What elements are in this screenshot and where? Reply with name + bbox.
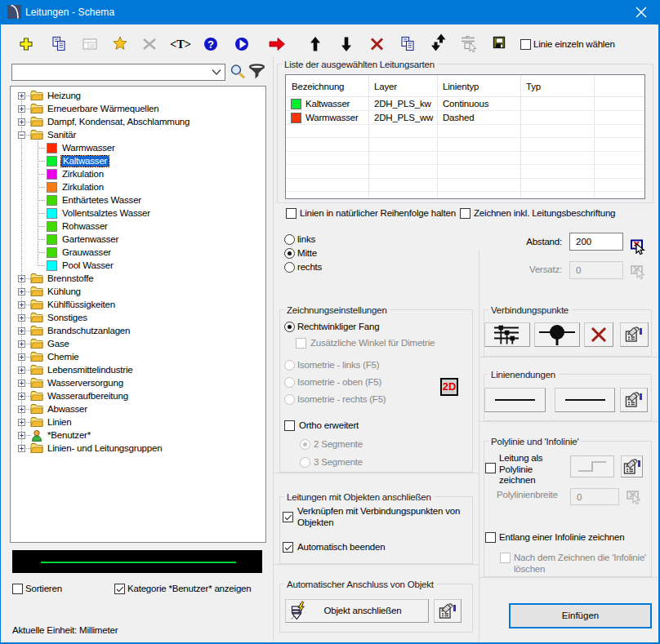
svg-text:<T>: <T> bbox=[170, 38, 191, 51]
svg-text:?: ? bbox=[207, 38, 214, 51]
